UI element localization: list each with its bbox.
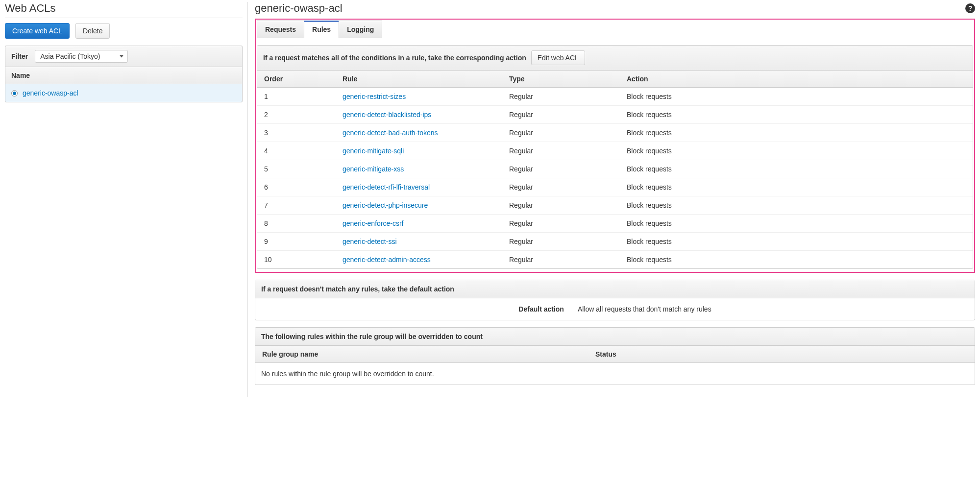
- col-rule: Rule: [336, 71, 502, 88]
- col-type: Type: [502, 71, 620, 88]
- rule-link[interactable]: generic-mitigate-xss: [343, 165, 404, 173]
- delete-button[interactable]: Delete: [75, 23, 110, 39]
- default-action-panel: If a request doesn't match any rules, ta…: [255, 280, 975, 320]
- cell-order: 4: [257, 142, 336, 160]
- cell-type: Regular: [502, 215, 620, 233]
- cell-rule: generic-mitigate-xss: [336, 160, 502, 178]
- col-rule-group-name: Rule group name: [255, 346, 588, 363]
- radio-icon[interactable]: [11, 90, 18, 96]
- chevron-down-icon: [120, 55, 123, 58]
- default-action-caption: If a request doesn't match any rules, ta…: [261, 285, 454, 293]
- cell-action: Block requests: [620, 251, 973, 269]
- table-row: 5generic-mitigate-xssRegularBlock reques…: [257, 160, 973, 178]
- cell-rule: generic-enforce-csrf: [336, 215, 502, 233]
- cell-order: 2: [257, 106, 336, 124]
- region-select-value: Asia Pacific (Tokyo): [40, 52, 100, 60]
- override-caption: The following rules within the rule grou…: [261, 333, 483, 340]
- cell-rule: generic-detect-rfi-lfi-traversal: [336, 178, 502, 196]
- cell-type: Regular: [502, 106, 620, 124]
- cell-order: 3: [257, 124, 336, 142]
- cell-rule: generic-detect-php-insecure: [336, 196, 502, 215]
- table-row: 8generic-enforce-csrfRegularBlock reques…: [257, 215, 973, 233]
- edit-web-acl-button[interactable]: Edit web ACL: [531, 50, 585, 65]
- rules-table: Order Rule Type Action 1generic-restrict…: [257, 71, 973, 268]
- cell-rule: generic-detect-admin-access: [336, 251, 502, 269]
- tabs: Requests Rules Logging: [257, 21, 973, 38]
- table-row: 10generic-detect-admin-accessRegularBloc…: [257, 251, 973, 269]
- cell-rule: generic-detect-blacklisted-ips: [336, 106, 502, 124]
- cell-action: Block requests: [620, 215, 973, 233]
- rule-link[interactable]: generic-detect-ssi: [343, 238, 397, 245]
- cell-rule: generic-restrict-sizes: [336, 88, 502, 106]
- cell-action: Block requests: [620, 178, 973, 196]
- cell-type: Regular: [502, 124, 620, 142]
- tab-logging[interactable]: Logging: [339, 21, 382, 38]
- rule-link[interactable]: generic-detect-rfi-lfi-traversal: [343, 183, 430, 191]
- cell-order: 1: [257, 88, 336, 106]
- table-row: 2generic-detect-blacklisted-ipsRegularBl…: [257, 106, 973, 124]
- rules-highlight-box: Requests Rules Logging If a request matc…: [255, 19, 975, 273]
- rule-link[interactable]: generic-detect-bad-auth-tokens: [343, 129, 438, 137]
- acl-link[interactable]: generic-owasp-acl: [23, 89, 78, 97]
- rule-link[interactable]: generic-mitigate-sqli: [343, 147, 404, 155]
- acl-list-item[interactable]: generic-owasp-acl: [5, 84, 243, 102]
- cell-action: Block requests: [620, 106, 973, 124]
- region-select[interactable]: Asia Pacific (Tokyo): [35, 50, 128, 63]
- rule-link[interactable]: generic-enforce-csrf: [343, 219, 404, 227]
- cell-type: Regular: [502, 251, 620, 269]
- cell-action: Block requests: [620, 160, 973, 178]
- help-icon[interactable]: ?: [965, 3, 975, 13]
- cell-action: Block requests: [620, 233, 973, 251]
- left-panel: Web ACLs Create web ACL Delete Filter As…: [0, 0, 247, 397]
- override-panel: The following rules within the rule grou…: [255, 327, 975, 385]
- cell-type: Regular: [502, 142, 620, 160]
- tab-requests[interactable]: Requests: [257, 21, 304, 38]
- rule-link[interactable]: generic-detect-php-insecure: [343, 201, 428, 209]
- cell-order: 7: [257, 196, 336, 215]
- filter-bar: Filter Asia Pacific (Tokyo): [5, 46, 243, 67]
- page-title: Web ACLs: [5, 2, 243, 15]
- col-status: Status: [588, 346, 975, 363]
- acl-list-header: Name: [5, 67, 243, 84]
- cell-action: Block requests: [620, 124, 973, 142]
- cell-order: 10: [257, 251, 336, 269]
- create-web-acl-button[interactable]: Create web ACL: [5, 23, 70, 39]
- cell-type: Regular: [502, 160, 620, 178]
- rules-panel-caption: If a request matches all of the conditio…: [263, 54, 526, 62]
- cell-order: 8: [257, 215, 336, 233]
- acl-title: generic-owasp-acl: [255, 2, 343, 15]
- table-row: 3generic-detect-bad-auth-tokensRegularBl…: [257, 124, 973, 142]
- cell-action: Block requests: [620, 142, 973, 160]
- right-panel: generic-owasp-acl ? Requests Rules Loggi…: [248, 0, 980, 397]
- override-table: Rule group name Status: [255, 346, 975, 363]
- table-row: 4generic-mitigate-sqliRegularBlock reque…: [257, 142, 973, 160]
- cell-order: 6: [257, 178, 336, 196]
- tab-rules[interactable]: Rules: [304, 21, 339, 38]
- table-row: 7generic-detect-php-insecureRegularBlock…: [257, 196, 973, 215]
- override-empty-text: No rules within the rule group will be o…: [255, 363, 975, 385]
- cell-type: Regular: [502, 178, 620, 196]
- rule-link[interactable]: generic-detect-blacklisted-ips: [343, 111, 431, 119]
- col-action: Action: [620, 71, 973, 88]
- cell-type: Regular: [502, 196, 620, 215]
- cell-order: 5: [257, 160, 336, 178]
- rule-link[interactable]: generic-restrict-sizes: [343, 93, 406, 100]
- cell-action: Block requests: [620, 196, 973, 215]
- cell-rule: generic-detect-ssi: [336, 233, 502, 251]
- filter-label: Filter: [11, 52, 28, 60]
- rule-link[interactable]: generic-detect-admin-access: [343, 256, 431, 264]
- cell-order: 9: [257, 233, 336, 251]
- divider: [5, 18, 243, 18]
- col-order: Order: [257, 71, 336, 88]
- cell-rule: generic-detect-bad-auth-tokens: [336, 124, 502, 142]
- table-row: 1generic-restrict-sizesRegularBlock requ…: [257, 88, 973, 106]
- table-row: 9generic-detect-ssiRegularBlock requests: [257, 233, 973, 251]
- cell-action: Block requests: [620, 88, 973, 106]
- default-action-value: Allow all requests that don't match any …: [578, 305, 711, 313]
- cell-rule: generic-mitigate-sqli: [336, 142, 502, 160]
- rules-panel: If a request matches all of the conditio…: [257, 45, 973, 269]
- table-row: 6generic-detect-rfi-lfi-traversalRegular…: [257, 178, 973, 196]
- cell-type: Regular: [502, 233, 620, 251]
- default-action-label: Default action: [518, 305, 564, 313]
- cell-type: Regular: [502, 88, 620, 106]
